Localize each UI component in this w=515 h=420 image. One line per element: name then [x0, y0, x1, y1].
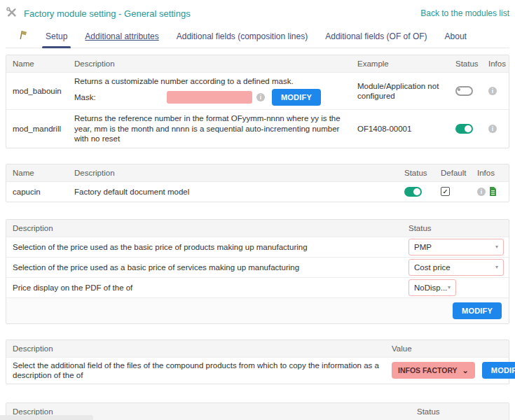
- status-toggle-off[interactable]: [455, 86, 473, 96]
- select-value: NoDisp...: [414, 283, 447, 293]
- module-name: mod_mandrill: [6, 124, 68, 134]
- info-icon[interactable]: i: [488, 87, 497, 95]
- info-icon[interactable]: i: [477, 188, 486, 196]
- status-toggle-on[interactable]: [455, 124, 473, 134]
- numbering-modules-table: Name Description Example Status Infos mo…: [6, 55, 509, 148]
- modify-mask-button[interactable]: MODIFY: [272, 89, 321, 106]
- table-row: Select the additional field of the files…: [6, 357, 509, 384]
- field-description: Select the additional field of the files…: [6, 360, 385, 381]
- module-name: mod_babouin: [6, 86, 68, 96]
- example-value: Module/Application not configured: [351, 81, 449, 102]
- tab-setup-label: Setup: [46, 31, 67, 41]
- table-header-row: Name Description Example Status Infos: [6, 55, 509, 72]
- module-description: Returns a customizable number according …: [74, 76, 345, 86]
- document-models-table: Name Description Status Default Infos ca…: [6, 164, 509, 202]
- tab-additional-fields-of-of-of-label: Additional fields (OF of OF): [325, 31, 427, 41]
- tab-additional-attributes-label: Additional attributes: [85, 31, 158, 41]
- table-row: Selection of the price used as a basic p…: [6, 257, 509, 277]
- option-description: Selection of the price used as a basic p…: [6, 262, 402, 272]
- select-value: Cost price: [414, 262, 451, 272]
- tab-additional-fields-of-of-of[interactable]: Additional fields (OF of OF): [325, 31, 427, 48]
- toggle-knob: [413, 188, 420, 195]
- mask-label: Mask:: [74, 92, 167, 102]
- column-header-status: Status: [449, 59, 482, 68]
- tab-additional-fields-composition-lines-label: Additional fields (composition lines): [177, 31, 308, 41]
- chevron-down-icon: ⌄: [462, 367, 469, 374]
- model-description: Factory default document model: [68, 187, 398, 197]
- select-value: PMP: [414, 242, 432, 252]
- table-row: Selection of the price used as the basic…: [6, 237, 509, 257]
- caret-down-icon: ▾: [495, 244, 498, 251]
- column-header-description: Description: [6, 224, 402, 232]
- option-description: Selection of the price used as the basic…: [6, 242, 402, 252]
- option-description: Price display on the PDF of the of: [6, 283, 402, 293]
- tab-bar: Setup Additional attributes Additional f…: [6, 30, 509, 48]
- column-header-description: Description: [6, 344, 385, 353]
- additional-field-table: Description Value Select the additional …: [6, 340, 509, 384]
- table-row: capucin Factory default document model ✓…: [6, 181, 509, 202]
- price-options-table: Description Status Selection of the pric…: [6, 219, 509, 324]
- column-header-example: Example: [351, 59, 449, 68]
- page-title: Factory module setting - General setting…: [24, 8, 191, 19]
- factory-module-icon: [18, 30, 28, 42]
- info-icon[interactable]: i: [488, 125, 497, 133]
- info-icon[interactable]: i: [256, 93, 265, 102]
- tab-additional-fields-composition-lines[interactable]: Additional fields (composition lines): [177, 31, 308, 48]
- product-price-select[interactable]: PMP ▾: [408, 239, 504, 255]
- table-footer-row: MODIFY: [6, 298, 509, 323]
- model-name: capucin: [6, 187, 68, 197]
- service-price-select[interactable]: Cost price ▾: [408, 259, 504, 276]
- caret-down-icon: ▾: [495, 264, 498, 271]
- column-header-infos: Infos: [482, 59, 509, 68]
- tools-icon: [6, 6, 18, 20]
- select-value: INFOS FACTORY: [398, 366, 458, 375]
- module-description: Returns the reference number in the form…: [68, 113, 351, 144]
- tab-additional-attributes[interactable]: Additional attributes: [85, 31, 158, 48]
- table-row: Price display on the PDF of the of NoDis…: [6, 277, 509, 298]
- column-header-description: Description: [6, 407, 411, 416]
- back-to-modules-link[interactable]: Back to the modules list: [420, 8, 509, 18]
- tab-about-label: About: [445, 31, 467, 41]
- tab-about[interactable]: About: [445, 31, 467, 48]
- tab-setup[interactable]: Setup: [46, 31, 67, 48]
- column-header-status: Status: [402, 224, 509, 232]
- toggle-knob: [458, 88, 460, 91]
- browser-status-bar: [0, 415, 93, 420]
- toggle-knob: [465, 125, 472, 132]
- column-header-description: Description: [68, 59, 351, 68]
- mask-input[interactable]: [167, 91, 252, 104]
- example-value: OF1408-00001: [351, 124, 449, 134]
- column-header-infos: Infos: [471, 169, 509, 177]
- modify-value-button[interactable]: MODIFY: [482, 362, 515, 379]
- pdf-price-display-select[interactable]: NoDisp... ▾: [408, 279, 456, 296]
- table-header-row: Description Status: [6, 220, 509, 237]
- column-header-value: Value: [385, 344, 509, 353]
- caret-down-icon: ▾: [448, 284, 451, 291]
- column-header-description: Description: [68, 169, 398, 177]
- default-checkbox-checked[interactable]: ✓: [441, 187, 450, 196]
- column-header-status: Status: [411, 407, 509, 416]
- infos-factory-select[interactable]: INFOS FACTORY ⌄: [392, 362, 475, 379]
- settings-page: Factory module setting - General setting…: [0, 0, 515, 420]
- table-row: mod_babouin Returns a customizable numbe…: [6, 72, 509, 109]
- table-row: mod_mandrill Returns the reference numbe…: [6, 109, 509, 147]
- page-header: Factory module setting - General setting…: [6, 6, 509, 21]
- column-header-status: Status: [398, 169, 434, 177]
- table-header-row: Name Description Status Default Infos: [6, 164, 509, 181]
- table-header-row: Description Value: [6, 340, 509, 357]
- document-preview-icon[interactable]: [489, 187, 497, 196]
- status-toggle-on[interactable]: [404, 187, 422, 197]
- column-header-name: Name: [6, 169, 68, 177]
- modify-options-button[interactable]: MODIFY: [453, 302, 502, 319]
- column-header-default: Default: [434, 169, 471, 177]
- column-header-name: Name: [6, 59, 68, 68]
